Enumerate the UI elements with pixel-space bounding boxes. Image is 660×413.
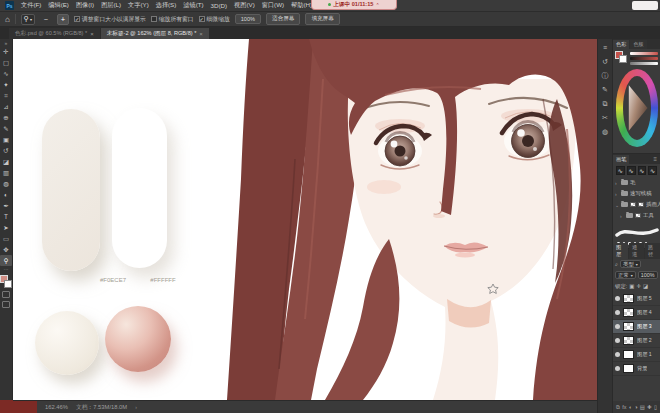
visibility-eye-icon[interactable] [615, 296, 620, 301]
chevron-down-icon[interactable]: ⌄ [615, 202, 619, 208]
layer-row[interactable]: 图层 4 [613, 306, 660, 320]
brush-tip-icon[interactable]: ∿ [638, 166, 647, 175]
zoom-out-button[interactable]: − [40, 14, 52, 25]
tab-paths[interactable]: 路径 [645, 243, 660, 259]
menu-image[interactable]: 图像(I) [76, 1, 94, 10]
visibility-eye-icon[interactable] [615, 352, 620, 357]
visibility-eye-icon[interactable] [615, 338, 620, 343]
history-icon[interactable]: ↺ [602, 58, 608, 66]
zoom-all-windows-checkbox[interactable]: 缩放所有窗口 [151, 15, 194, 24]
menu-type[interactable]: 文字(Y) [128, 1, 149, 10]
zoom-level[interactable]: 162.46% [45, 404, 68, 410]
tab-layers[interactable]: 图层 [613, 243, 628, 259]
tab-channels[interactable]: 通道 [629, 243, 644, 259]
layer-effects-icon[interactable]: fx [622, 404, 626, 410]
hand-tool[interactable]: ✥ [0, 244, 12, 255]
panel-background-swatch[interactable] [619, 55, 627, 63]
menu-view[interactable]: 视图(V) [234, 1, 255, 10]
blur-tool[interactable]: ◍ [0, 178, 12, 189]
screen-mode-button[interactable] [2, 301, 10, 308]
home-icon[interactable]: ⌂ [5, 15, 10, 24]
brush-tip-icon[interactable]: ∿ [627, 166, 636, 175]
menu-help[interactable]: 帮助(H) [291, 1, 312, 10]
layer-thumbnail[interactable] [623, 364, 634, 373]
scrubby-zoom-checkbox[interactable]: ✓ 细微缩放 [199, 15, 230, 24]
layer-row[interactable]: 图层 2 [613, 334, 660, 348]
opacity-select[interactable]: 100% [638, 271, 658, 279]
pen-tool[interactable]: ✒ [0, 200, 12, 211]
healing-brush-tool[interactable]: ⊕ [0, 112, 12, 123]
eyedropper-tool[interactable]: ⊿ [0, 101, 12, 112]
gradient-tool[interactable]: ▥ [0, 167, 12, 178]
brush-settings-icon[interactable]: ✎ [602, 86, 608, 94]
menu-file[interactable]: 文件(F) [21, 1, 41, 10]
document-tab-untitled2[interactable]: 未标题-2 @ 162% (图层 8, RGB/8) * × [101, 28, 209, 39]
background-color-swatch[interactable] [4, 280, 12, 288]
hue-slider[interactable] [630, 52, 658, 55]
canvas[interactable]: #F0ECE7 #FFFFFF [13, 39, 597, 400]
menu-filter[interactable]: 滤镜(T) [183, 1, 203, 10]
link-layers-icon[interactable]: ⧉ [616, 404, 620, 411]
path-select-tool[interactable]: ➤ [0, 222, 12, 233]
adjustment-layer-icon[interactable]: ◑ [634, 404, 637, 410]
tab-brushes[interactable]: 画笔 [613, 155, 629, 164]
menu-edit[interactable]: 编辑(E) [48, 1, 69, 10]
brush-folder-row[interactable]: › 毛 [613, 177, 660, 188]
brush-subfolder-row[interactable]: › 工具 [613, 210, 660, 221]
tab-swatches[interactable]: 色板 [630, 40, 646, 49]
layer-thumbnail[interactable] [623, 308, 634, 317]
new-layer-icon[interactable]: ✚ [647, 404, 652, 410]
layer-row[interactable]: 图层 5 [613, 292, 660, 306]
brush-folder-row[interactable]: › 速写线稿 [613, 188, 660, 199]
libraries-icon[interactable]: ◍ [602, 128, 608, 136]
dodge-tool[interactable]: ◐ [0, 189, 12, 200]
visibility-eye-icon[interactable] [615, 310, 620, 315]
zoom-tool[interactable]: ⚲ [0, 255, 12, 266]
color-swatches[interactable] [0, 275, 12, 288]
visibility-eye-icon[interactable] [615, 324, 620, 329]
clone-source-icon[interactable]: ⧉ [603, 100, 608, 108]
tool-presets-icon[interactable]: ✂ [602, 114, 608, 122]
brush-tip-icon[interactable]: ∿ [648, 166, 657, 175]
fit-screen-button[interactable]: 适合屏幕 [266, 13, 300, 25]
brush-stroke-preview[interactable] [613, 221, 660, 241]
search-icon[interactable]: ⌕ [615, 261, 618, 268]
clone-stamp-tool[interactable]: ▣ [0, 134, 12, 145]
chevron-right-icon[interactable]: › [615, 180, 619, 186]
adjustments-icon[interactable]: ≡ [603, 44, 607, 52]
delete-layer-icon[interactable]: ▯ [654, 404, 657, 410]
menu-select[interactable]: 选择(S) [156, 1, 177, 10]
edit-toolbar-ellipsis[interactable]: ··· [4, 266, 9, 273]
move-tool[interactable]: ✛ [0, 46, 12, 57]
zoom-tool-preset[interactable]: ⚲▾ [21, 14, 35, 25]
layer-mask-icon[interactable]: ◐ [629, 404, 632, 410]
magic-wand-tool[interactable]: ✦ [0, 79, 12, 90]
crop-tool[interactable]: ⌗ [0, 90, 12, 101]
document-tab-secai[interactable]: 色彩.psd @ 60.5% (RGB/8) * × [9, 28, 100, 39]
class-status-banner[interactable]: 上课中 01/11:15 ⌃ [311, 0, 397, 10]
background-layer-row[interactable]: 背景 [613, 362, 660, 376]
blend-mode-select[interactable]: 正常 ▾ [615, 271, 636, 279]
shape-tool[interactable]: ▭ [0, 233, 12, 244]
marquee-tool[interactable]: ▢ [0, 57, 12, 68]
lock-transparency-icon[interactable]: ▣ [629, 283, 634, 289]
info-icon[interactable]: ⓘ [602, 72, 609, 80]
panel-menu-icon[interactable]: ≡ [653, 156, 660, 162]
status-chevron-icon[interactable]: › [135, 404, 137, 410]
menu-3d[interactable]: 3D(D) [211, 2, 228, 9]
zoom-in-button[interactable]: + [57, 14, 69, 25]
menu-window[interactable]: 窗口(W) [262, 1, 284, 10]
eraser-tool[interactable]: ◪ [0, 156, 12, 167]
fill-screen-button[interactable]: 填充屏幕 [305, 13, 339, 25]
brush-tool[interactable]: ✎ [0, 123, 12, 134]
lock-all-icon[interactable]: ◪ [643, 283, 648, 289]
resize-windows-checkbox[interactable]: ✓ 调整窗口大小以满屏显示 [74, 15, 146, 24]
chevron-right-icon[interactable]: › [615, 191, 619, 197]
tab-color[interactable]: 色彩 [613, 40, 629, 49]
layer-thumbnail[interactable] [623, 336, 634, 345]
close-tab-icon[interactable]: × [199, 31, 203, 37]
layer-thumbnail[interactable] [623, 322, 634, 331]
lock-position-icon[interactable]: ✛ [636, 283, 641, 289]
brush-folder-row[interactable]: ⌄ 插画人物 [613, 199, 660, 210]
lasso-tool[interactable]: ∿ [0, 68, 12, 79]
